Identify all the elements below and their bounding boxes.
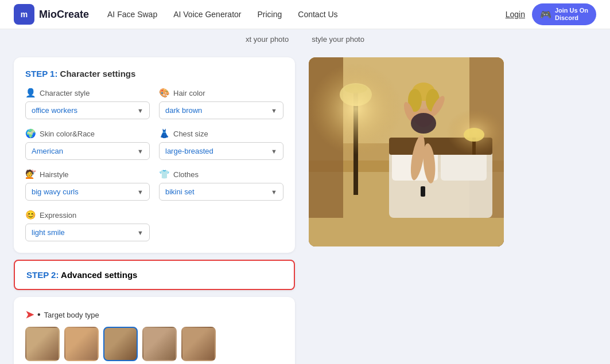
clothes-group: 👕 Clothes bikini set ▼	[159, 169, 283, 201]
chest-size-label: 👗 Chest size	[159, 128, 283, 139]
chevron-down-icon: ▼	[271, 148, 277, 155]
logo-icon: m	[14, 4, 34, 25]
scroll-text-1: xt your photo	[246, 35, 289, 44]
expression-label: 😊 Expression	[25, 210, 150, 220]
thumb-3-image	[104, 328, 137, 360]
svg-point-9	[310, 63, 402, 155]
preview-image	[309, 57, 504, 246]
chevron-down-icon: ▼	[137, 189, 143, 195]
right-panel	[309, 57, 596, 364]
chevron-down-icon: ▼	[271, 107, 277, 114]
body-thumb-4[interactable]	[142, 327, 177, 361]
bullet-icon: •	[37, 310, 41, 320]
login-button[interactable]: Login	[506, 10, 525, 19]
left-panel: STEP 1: Character settings 👤 Character s…	[14, 57, 295, 364]
hair-color-label: 🎨 Hair color	[159, 88, 283, 98]
preview-svg	[309, 57, 504, 246]
nav-links: AI Face Swap AI Voice Generator Pricing …	[107, 10, 506, 19]
hair-color-icon: 🎨	[159, 88, 170, 98]
hairstyle-label: 💇 Hairstyle	[25, 169, 150, 179]
person-icon: 👤	[25, 88, 36, 98]
chest-icon: 👗	[159, 128, 170, 139]
scroll-text-2: style your photo	[312, 35, 364, 44]
nav-pricing[interactable]: Pricing	[257, 10, 282, 19]
expression-dropdown[interactable]: light smile ▼	[25, 224, 150, 241]
step2-desc: Advanced settings	[61, 270, 137, 280]
discord-button[interactable]: 🎮 Join Us OnDiscord	[532, 3, 596, 25]
nav-contact[interactable]: Contact Us	[298, 10, 337, 19]
hair-color-dropdown[interactable]: dark brown ▼	[159, 101, 283, 119]
main-content: STEP 1: Character settings 👤 Character s…	[0, 48, 610, 364]
nav-right: Login 🎮 Join Us OnDiscord	[506, 3, 596, 25]
nav-face-swap[interactable]: AI Face Swap	[107, 10, 157, 19]
body-type-thumbnails	[25, 327, 283, 361]
clothes-label: 👕 Clothes	[159, 169, 283, 179]
skin-icon: 🌍	[25, 128, 36, 139]
skin-race-dropdown[interactable]: American ▼	[25, 142, 150, 160]
chevron-down-icon: ▼	[137, 107, 143, 114]
logo-name: MioCreate	[39, 9, 89, 21]
logo-area[interactable]: m MioCreate	[14, 4, 89, 25]
character-style-label: 👤 Character style	[25, 88, 150, 98]
skin-race-label: 🌍 Skin color&Race	[25, 128, 150, 139]
body-type-label: ➤ • Target body type	[25, 308, 283, 321]
chevron-down-icon: ▼	[271, 189, 277, 195]
clothes-dropdown[interactable]: bikini set ▼	[159, 183, 283, 201]
step2-title: STEP 2: Advanced settings	[26, 270, 282, 280]
preview-image-inner	[309, 57, 504, 246]
step2-label: STEP 2:	[26, 270, 59, 280]
navbar: m MioCreate AI Face Swap AI Voice Genera…	[0, 0, 610, 29]
svg-rect-12	[441, 152, 487, 181]
discord-icon: 🎮	[540, 9, 551, 20]
chest-size-dropdown[interactable]: large-breasted ▼	[159, 142, 283, 160]
expression-group: 😊 Expression light smile ▼	[25, 210, 150, 241]
hairstyle-icon: 💇	[25, 169, 36, 179]
hairstyle-group: 💇 Hairstyle big wavy curls ▼	[25, 169, 150, 201]
svg-point-24	[411, 113, 436, 134]
body-thumb-2[interactable]	[64, 327, 99, 361]
chest-size-group: 👗 Chest size large-breasted ▼	[159, 128, 283, 160]
chevron-down-icon: ▼	[137, 148, 143, 155]
body-thumb-1[interactable]	[25, 327, 60, 361]
body-type-section: ➤ • Target body type	[25, 308, 283, 361]
step1-label: STEP 1:	[25, 69, 57, 79]
header-scroll-bar: xt your photo style your photo	[0, 29, 610, 48]
expression-icon: 😊	[25, 210, 36, 220]
step1-title: STEP 1: Character settings	[25, 69, 283, 79]
thumb-2-image	[65, 328, 98, 360]
chevron-down-icon: ▼	[137, 229, 143, 236]
character-style-dropdown[interactable]: office workers ▼	[25, 101, 150, 119]
character-style-group: 👤 Character style office workers ▼	[25, 88, 150, 119]
thumb-1-image	[26, 328, 59, 360]
svg-point-27	[464, 128, 484, 142]
skin-race-group: 🌍 Skin color&Race American ▼	[25, 128, 150, 160]
body-thumb-3[interactable]	[103, 327, 138, 361]
clothes-icon: 👕	[159, 169, 170, 179]
nav-voice-generator[interactable]: AI Voice Generator	[173, 10, 241, 19]
body-thumb-5[interactable]	[181, 327, 216, 361]
hair-color-group: 🎨 Hair color dark brown ▼	[159, 88, 283, 119]
thumb-5-image	[182, 328, 215, 360]
arrow-indicator-icon: ➤	[25, 308, 34, 321]
advanced-settings-card: ➤ • Target body type	[14, 297, 295, 364]
thumb-4-image	[143, 328, 176, 360]
hairstyle-dropdown[interactable]: big wavy curls ▼	[25, 183, 150, 201]
discord-label: Join Us OnDiscord	[555, 7, 588, 22]
step1-card: STEP 1: Character settings 👤 Character s…	[14, 57, 295, 253]
character-settings-grid: 👤 Character style office workers ▼ 🎨 Hai…	[25, 88, 283, 241]
svg-rect-23	[421, 186, 425, 197]
step2-header-card: STEP 2: Advanced settings	[14, 260, 295, 290]
step1-desc: Character settings	[60, 69, 136, 79]
